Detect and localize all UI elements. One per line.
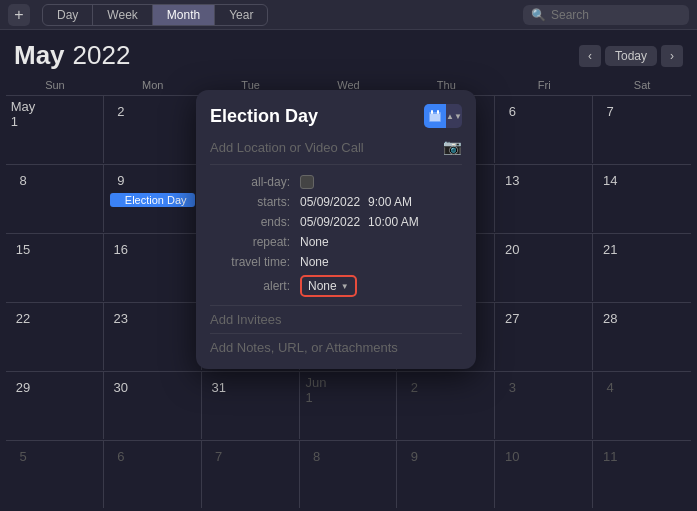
day-header-sun: Sun <box>6 77 104 93</box>
cell-may14[interactable]: 14 <box>593 165 691 232</box>
cell-num: 7 <box>599 100 621 122</box>
tab-day[interactable]: Day <box>43 5 93 25</box>
event-popup: Election Day ▲▼ Add Location or Video Ca… <box>196 90 476 369</box>
calendar-nav: ‹ Today › <box>579 45 683 67</box>
cell-num: 2 <box>403 376 425 398</box>
popup-travel-row: travel time: None <box>210 255 462 269</box>
travel-value: None <box>300 255 329 269</box>
cell-jun5[interactable]: 5 <box>6 441 104 508</box>
search-icon: 🔍 <box>531 8 546 22</box>
cell-num: 23 <box>110 307 132 329</box>
cell-jun7[interactable]: 7 <box>202 441 300 508</box>
view-tabs: Day Week Month Year <box>42 4 268 26</box>
cell-jun3[interactable]: 3 <box>495 372 593 439</box>
day-header-sat: Sat <box>593 77 691 93</box>
search-input[interactable] <box>551 8 681 22</box>
cell-num: 6 <box>501 100 523 122</box>
cell-may15[interactable]: 15 <box>6 234 104 301</box>
cell-may29[interactable]: 29 <box>6 372 104 439</box>
cell-may28[interactable]: 28 <box>593 303 691 370</box>
location-placeholder[interactable]: Add Location or Video Call <box>210 140 364 155</box>
cell-num: 7 <box>208 445 230 467</box>
election-day-event[interactable]: Election Day <box>110 193 195 207</box>
calendar-type-selector[interactable]: ▲▼ <box>424 104 462 128</box>
next-month-button[interactable]: › <box>661 45 683 67</box>
add-event-button[interactable]: + <box>8 4 30 26</box>
cell-may16[interactable]: 16 <box>104 234 202 301</box>
popup-location-row: Add Location or Video Call 📷 <box>210 138 462 165</box>
ends-date[interactable]: 05/09/2022 <box>300 215 360 229</box>
cell-num: 11 <box>599 445 621 467</box>
video-call-icon[interactable]: 📷 <box>443 138 462 156</box>
cell-num: 8 <box>12 169 34 191</box>
cell-num: 6 <box>110 445 132 467</box>
ends-time[interactable]: 10:00 AM <box>368 215 419 229</box>
cell-num: 9 <box>110 169 132 191</box>
today-button[interactable]: Today <box>605 46 657 66</box>
cell-num: 28 <box>599 307 621 329</box>
popup-ends-row: ends: 05/09/2022 10:00 AM <box>210 215 462 229</box>
chevron-down-icon: ▼ <box>341 282 349 291</box>
cell-num: 30 <box>110 376 132 398</box>
cell-jun2[interactable]: 2 <box>397 372 495 439</box>
allday-checkbox[interactable] <box>300 175 314 189</box>
cell-num: 21 <box>599 238 621 260</box>
cell-may30[interactable]: 30 <box>104 372 202 439</box>
day-header-mon: Mon <box>104 77 202 93</box>
prev-month-button[interactable]: ‹ <box>579 45 601 67</box>
cell-num: 3 <box>501 376 523 398</box>
cell-num: 29 <box>12 376 34 398</box>
cell-num: May 1 <box>12 103 34 125</box>
cell-num: 20 <box>501 238 523 260</box>
cell-may13[interactable]: 13 <box>495 165 593 232</box>
popup-invitees-row[interactable]: Add Invitees <box>210 305 462 327</box>
popup-notes-row[interactable]: Add Notes, URL, or Attachments <box>210 333 462 355</box>
cell-may31[interactable]: 31 <box>202 372 300 439</box>
starts-date[interactable]: 05/09/2022 <box>300 195 360 209</box>
popup-repeat-row: repeat: None <box>210 235 462 249</box>
cell-jun6[interactable]: 6 <box>104 441 202 508</box>
repeat-value[interactable]: None <box>300 235 329 249</box>
cell-may7[interactable]: 7 <box>593 96 691 163</box>
cell-may23[interactable]: 23 <box>104 303 202 370</box>
cell-jun4[interactable]: 4 <box>593 372 691 439</box>
cell-num: 4 <box>599 376 621 398</box>
cell-may2[interactable]: 2 <box>104 96 202 163</box>
alert-label: alert: <box>210 279 300 293</box>
popup-allday-row: all-day: <box>210 175 462 189</box>
cell-num: 22 <box>12 307 34 329</box>
cell-num: 16 <box>110 238 132 260</box>
tab-year[interactable]: Year <box>215 5 267 25</box>
cell-jun8[interactable]: 8 <box>300 441 398 508</box>
event-label: Election Day <box>125 194 187 206</box>
ends-label: ends: <box>210 215 300 229</box>
cell-may9[interactable]: 9 Election Day <box>104 165 202 232</box>
cell-jun10[interactable]: 10 <box>495 441 593 508</box>
cell-num: 9 <box>403 445 425 467</box>
svg-rect-2 <box>431 110 433 114</box>
week-row: 29 30 31 Jun 1 2 3 4 <box>6 371 691 439</box>
calendar-title: May2022 <box>14 40 138 71</box>
popup-starts-row: starts: 05/09/2022 9:00 AM <box>210 195 462 209</box>
cell-may21[interactable]: 21 <box>593 234 691 301</box>
cell-jun11[interactable]: 11 <box>593 441 691 508</box>
cell-jun9[interactable]: 9 <box>397 441 495 508</box>
cell-num: 14 <box>599 169 621 191</box>
tab-week[interactable]: Week <box>93 5 152 25</box>
day-header-fri: Fri <box>495 77 593 93</box>
cell-may8[interactable]: 8 <box>6 165 104 232</box>
cell-may6[interactable]: 6 <box>495 96 593 163</box>
cell-num: 13 <box>501 169 523 191</box>
cell-may20[interactable]: 20 <box>495 234 593 301</box>
tab-month[interactable]: Month <box>153 5 215 25</box>
starts-time[interactable]: 9:00 AM <box>368 195 412 209</box>
alert-select[interactable]: None ▼ <box>300 275 357 297</box>
svg-rect-3 <box>437 110 439 114</box>
cell-may22[interactable]: 22 <box>6 303 104 370</box>
cell-may27[interactable]: 27 <box>495 303 593 370</box>
calendar-icon <box>424 104 446 128</box>
cell-num: 2 <box>110 100 132 122</box>
cell-jun1[interactable]: Jun 1 <box>300 372 398 439</box>
cell-num: 8 <box>306 445 328 467</box>
cell-may1[interactable]: May 1 <box>6 96 104 163</box>
